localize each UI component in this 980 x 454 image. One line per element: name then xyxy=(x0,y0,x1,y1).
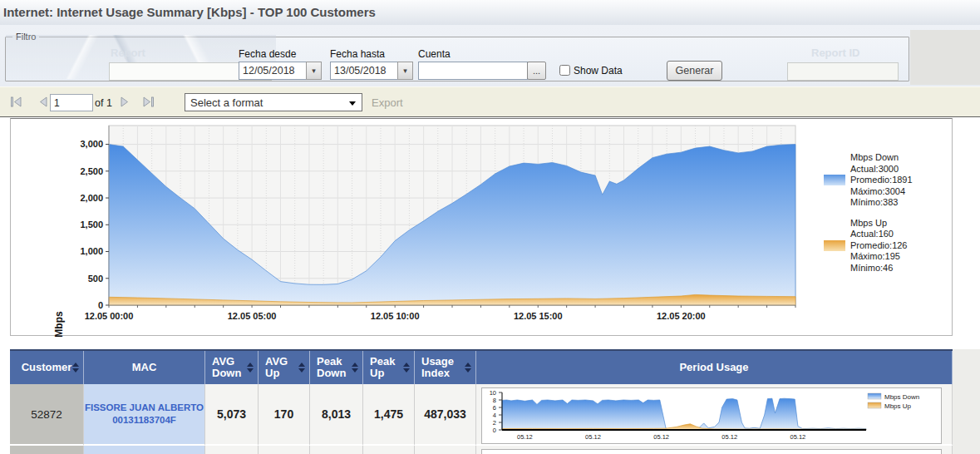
sort-icon[interactable] xyxy=(298,363,305,373)
svg-text:12.05 10:00: 12.05 10:00 xyxy=(371,311,420,321)
page-title: Internet: Internet Usage Summary [Kbps] … xyxy=(3,5,376,19)
report-toolbar: of 1 Select a format Export xyxy=(0,86,980,117)
title-bar: Internet: Internet Usage Summary [Kbps] … xyxy=(0,0,980,25)
legend-lines: Mbps DownActual:3000Promedio:1891Máximo:… xyxy=(850,152,913,209)
cell-peak-up: 1,475 xyxy=(363,384,415,446)
page-number-input[interactable] xyxy=(50,94,93,111)
svg-text:05.12: 05.12 xyxy=(517,433,533,441)
cell-peak-down: 8,013 xyxy=(310,384,363,446)
svg-text:2,500: 2,500 xyxy=(80,166,103,176)
generar-button[interactable]: Generar xyxy=(667,61,722,81)
svg-text:05.12: 05.12 xyxy=(653,433,669,441)
svg-text:3,000: 3,000 xyxy=(80,139,103,149)
sort-icon[interactable] xyxy=(72,363,79,373)
report-id-input[interactable] xyxy=(787,62,899,81)
report-id-label: Report ID xyxy=(811,47,860,59)
last-page-button[interactable] xyxy=(141,96,155,107)
svg-text:Mbps Up: Mbps Up xyxy=(884,402,912,410)
svg-text:12.05 15:00: 12.05 15:00 xyxy=(514,311,563,321)
chevron-down-icon xyxy=(349,101,356,109)
sort-icon[interactable] xyxy=(352,363,358,373)
export-link[interactable]: Export xyxy=(372,96,403,109)
svg-text:05.12: 05.12 xyxy=(721,433,737,441)
table-row xyxy=(10,446,953,454)
fecha-hasta-combo: ▾ xyxy=(330,62,413,80)
export-format-value: Select a format xyxy=(190,96,263,109)
legend-entry: Mbps DownActual:3000Promedio:1891Máximo:… xyxy=(824,152,913,209)
svg-text:1,000: 1,000 xyxy=(80,246,103,256)
svg-text:Mbps Down: Mbps Down xyxy=(884,393,919,401)
svg-text:12.05 05:00: 12.05 05:00 xyxy=(228,311,277,321)
period-usage-chart-box: 024681005.1205.1205.1205.1205.12Mbps Dow… xyxy=(481,387,942,444)
legend-entry: Mbps UpActual:160Promedio:126Máximo:195M… xyxy=(824,218,913,274)
period-usage-chart: 024681005.1205.1205.1205.1205.12Mbps Dow… xyxy=(482,388,941,445)
filter-legend: Filtro xyxy=(12,32,39,42)
customers-table: Customer MAC AVG Down AVG Up Peak Down P… xyxy=(10,349,953,454)
svg-text:10: 10 xyxy=(490,389,496,397)
header-period-usage: Period Usage xyxy=(476,351,953,384)
svg-text:6: 6 xyxy=(493,404,496,412)
sort-icon[interactable] xyxy=(465,363,471,373)
header-avg-up[interactable]: AVG Up xyxy=(259,351,310,384)
sort-icon[interactable] xyxy=(247,363,254,373)
cell-avg-up: 170 xyxy=(259,384,310,446)
svg-text:05.12: 05.12 xyxy=(790,433,805,441)
orange-series-swatch xyxy=(824,240,845,251)
chart-legend: Mbps DownActual:3000Promedio:1891Máximo:… xyxy=(824,152,913,283)
fecha-hasta-label: Fecha hasta xyxy=(330,48,385,60)
legend-lines: Mbps UpActual:160Promedio:126Máximo:195M… xyxy=(850,218,908,274)
svg-text:1,500: 1,500 xyxy=(80,220,103,229)
cuenta-label: Cuenta xyxy=(418,48,451,60)
cell-avg-down: 5,073 xyxy=(205,384,259,446)
page: Internet: Internet Usage Summary [Kbps] … xyxy=(0,0,980,454)
svg-text:4: 4 xyxy=(493,412,496,419)
period-usage-chart-box xyxy=(481,449,942,454)
next-page-button[interactable] xyxy=(118,96,131,107)
cell-customer: 52872 xyxy=(10,384,84,446)
svg-text:12.05 00:00: 12.05 00:00 xyxy=(85,311,134,321)
header-peak-down[interactable]: Peak Down xyxy=(310,351,363,384)
y-axis-title: Mbps xyxy=(53,311,65,337)
page-count-label: of 1 xyxy=(95,97,112,109)
usage-chart-panel: 05001,0001,5002,0002,5003,00012.05 00:00… xyxy=(10,118,953,336)
svg-text:0: 0 xyxy=(98,300,103,310)
table-header-row: Customer MAC AVG Down AVG Up Peak Down P… xyxy=(10,351,953,384)
svg-text:05.12: 05.12 xyxy=(585,433,601,441)
usage-area-chart: 05001,0001,5002,0002,5003,00012.05 00:00… xyxy=(11,119,950,335)
header-customer[interactable]: Customer xyxy=(10,351,84,384)
svg-text:12.05 20:00: 12.05 20:00 xyxy=(657,311,706,321)
cell-period-usage: 024681005.1205.1205.1205.1205.12Mbps Dow… xyxy=(476,384,953,446)
svg-text:0: 0 xyxy=(493,427,496,434)
filter-strip: Filtro Report Fecha desde ▾ Fecha hasta … xyxy=(0,25,980,86)
cuenta-input[interactable] xyxy=(418,62,528,80)
fecha-desde-combo: ▾ xyxy=(239,62,322,80)
report-label: Report xyxy=(111,47,145,59)
header-mac[interactable]: MAC xyxy=(84,351,205,384)
blue-series-swatch xyxy=(824,175,845,185)
cell-mac: FISSORE JUAN ALBERTO 00131183704F xyxy=(84,384,205,446)
header-avg-down[interactable]: AVG Down xyxy=(205,351,259,384)
cell-usage-index: 487,033 xyxy=(415,384,476,446)
table-right-gutter xyxy=(953,349,980,454)
export-format-select[interactable]: Select a format xyxy=(185,93,362,111)
fecha-hasta-input[interactable] xyxy=(330,62,397,80)
fecha-desde-label: Fecha desde xyxy=(239,48,296,60)
sort-icon[interactable] xyxy=(403,363,410,373)
first-page-button[interactable] xyxy=(10,96,23,107)
svg-text:2: 2 xyxy=(493,419,496,427)
browse-button[interactable]: ... xyxy=(527,62,546,80)
svg-text:8: 8 xyxy=(493,397,496,404)
fecha-desde-input[interactable] xyxy=(239,62,306,80)
svg-text:500: 500 xyxy=(88,274,103,284)
table-row: 52872 FISSORE JUAN ALBERTO 00131183704F … xyxy=(10,384,953,446)
header-peak-up[interactable]: Peak Up xyxy=(363,351,415,384)
show-data-checkbox[interactable] xyxy=(559,65,570,76)
show-data-label: Show Data xyxy=(574,65,623,76)
header-usage-index[interactable]: Usage Index xyxy=(415,351,476,384)
filter-right-panel xyxy=(910,30,980,85)
previous-page-button[interactable] xyxy=(37,96,50,107)
chevron-down-icon[interactable]: ▾ xyxy=(397,62,413,80)
chevron-down-icon[interactable]: ▾ xyxy=(306,62,322,80)
svg-text:2,000: 2,000 xyxy=(80,193,103,203)
